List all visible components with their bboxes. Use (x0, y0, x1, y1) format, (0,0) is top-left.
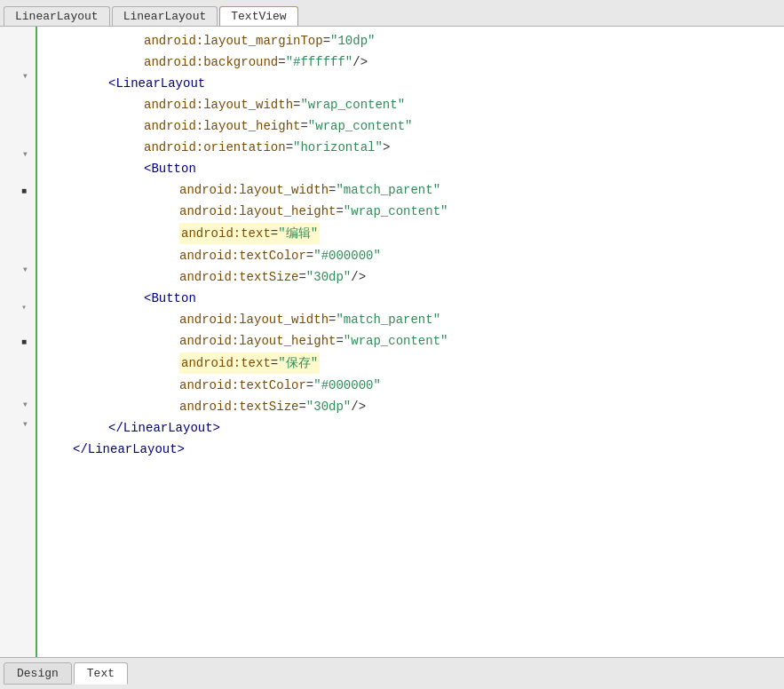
code-line-15: android:layout_height="wrap_content" (37, 330, 784, 352)
code-line-7: <Button (37, 158, 784, 179)
gutter: ▾ ▾ ■ ▾ ▾ ■ ▾ ▾ (0, 27, 37, 657)
fold-arrow-button-2[interactable]: ▾ (22, 263, 28, 276)
code-line-14: android:layout_width="match_parent" (37, 309, 784, 330)
bottom-tab-design[interactable]: Design (4, 662, 72, 685)
code-line-6: android:orientation="horizontal"> (37, 137, 784, 158)
code-line-5: android:layout_height="wrap_content" (37, 115, 784, 137)
fold-arrow-linearlayout[interactable]: ▾ (22, 69, 28, 83)
code-line-19: </LinearLayout> (37, 417, 784, 439)
code-line-12: android:textSize="30dp"/> (37, 266, 784, 288)
tab-linearlayout-1[interactable]: LinearLayout (4, 6, 110, 26)
code-line-18: android:textSize="30dp"/> (37, 396, 784, 417)
bottom-tab-bar: Design Text (0, 657, 784, 689)
fold-arrow-button-1[interactable]: ▾ (22, 147, 28, 161)
code-line-16: android:text="保存" (37, 352, 784, 375)
tab-textview[interactable]: TextView (219, 6, 297, 26)
code-line-9: android:layout_height="wrap_content" (37, 201, 784, 222)
code-line-17: android:textColor="#000000" (37, 375, 784, 396)
code-editor[interactable]: android:layout_marginTop="10dp" android:… (37, 27, 784, 657)
gutter-marker-1: ■ (21, 186, 27, 196)
code-line-10: android:text="编辑" (37, 222, 784, 245)
fold-arrow-end-root[interactable]: ▾ (22, 417, 28, 431)
code-line-2: android:background="#ffffff"/> (37, 51, 784, 73)
top-tab-bar: LinearLayout LinearLayout TextView (0, 0, 784, 27)
code-line-8: android:layout_width="match_parent" (37, 179, 784, 201)
code-line-4: android:layout_width="wrap_content" (37, 94, 784, 115)
code-line-13: <Button (37, 288, 784, 309)
code-line-3: <LinearLayout (37, 73, 784, 94)
fold-arrow-small[interactable]: ▾ (21, 302, 27, 313)
bottom-tab-text[interactable]: Text (74, 662, 128, 685)
tab-linearlayout-2[interactable]: LinearLayout (112, 6, 218, 26)
main-editor-area: ▾ ▾ ■ ▾ ▾ ■ ▾ ▾ android:layout_marginTop… (0, 27, 784, 657)
code-line-1: android:layout_marginTop="10dp" (37, 30, 784, 51)
gutter-marker-2: ■ (21, 337, 27, 347)
code-line-20: </LinearLayout> (37, 439, 784, 460)
code-line-11: android:textColor="#000000" (37, 245, 784, 266)
fold-arrow-end-linearlayout[interactable]: ▾ (22, 398, 28, 411)
